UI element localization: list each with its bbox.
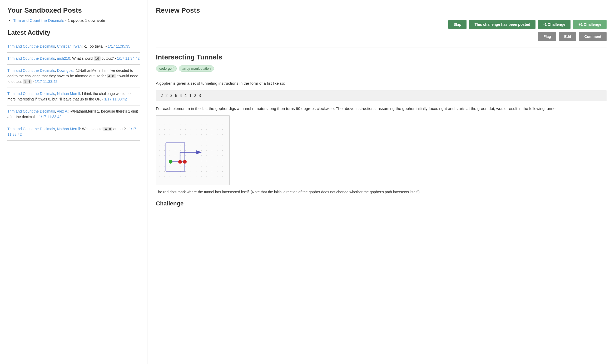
activity-user-3: Downgoat (57, 68, 74, 73)
red-dot-2 (178, 160, 182, 164)
svg-rect-1 (159, 118, 227, 181)
sandboxed-item: Trim and Count the Decimals - 1 upvote; … (13, 18, 140, 23)
activity-date-2[interactable]: 1/17 11:34:42 (117, 56, 140, 60)
tag-array-manipulation: array-manipulation (179, 65, 214, 72)
green-dot (169, 160, 172, 164)
comment-button[interactable]: Comment (579, 32, 607, 41)
plus1-challenge-button[interactable]: +1 Challenge (573, 20, 607, 29)
activity-date-1[interactable]: 1/17 11:35:35 (108, 44, 130, 48)
flag-button[interactable]: Flag (538, 32, 556, 41)
activity-item-5: Trim and Count the Decimals, Alex A.: @N… (7, 105, 140, 123)
tags-divider (156, 76, 607, 76)
activity-user-4: Nathan Merrill (57, 92, 80, 96)
activity-item-6: Trim and Count the Decimals, Nathan Merr… (7, 123, 140, 141)
activity-date-4[interactable]: 1/17 11:33:42 (104, 97, 127, 101)
challenge-divider (156, 48, 607, 48)
activity-code-6: 4.0 (103, 127, 112, 131)
caption-text: The red dots mark where the tunnel has i… (156, 189, 607, 195)
activity-date-3[interactable]: 1/17 11:33:42 (35, 79, 57, 84)
activity-code1-3: 4.0 (107, 74, 115, 78)
activity-code2-3: 1 4 (23, 79, 31, 84)
activity-user-2: msh210 (57, 56, 70, 60)
activity-item-2: Trim and Count the Decimals, msh210: Wha… (7, 53, 140, 65)
activity-body-1: : -1 Too trivial. - (82, 44, 108, 48)
edit-button[interactable]: Edit (559, 32, 576, 41)
skip-button[interactable]: Skip (448, 20, 467, 29)
right-panel: Review Posts Skip This challenge has bee… (147, 0, 615, 364)
left-panel: Your Sandboxed Posts Trim and Count the … (0, 0, 147, 364)
sandboxed-item-suffix: - 1 upvote; 1 downvote (64, 18, 105, 23)
review-buttons-row2: Flag Edit Comment (156, 32, 607, 41)
activity-item-4: Trim and Count the Decimals, Nathan Merr… (7, 88, 140, 105)
activity-date-5[interactable]: 1/17 11:33:42 (39, 115, 62, 119)
activity-post-link-6[interactable]: Trim and Count the Decimals (7, 127, 55, 131)
activity-post-link-1[interactable]: Trim and Count the Decimals (7, 44, 55, 48)
minus1-challenge-button[interactable]: -1 Challenge (538, 20, 571, 29)
challenge-section-title: Challenge (156, 200, 607, 207)
sandboxed-title: Your Sandboxed Posts (7, 6, 140, 14)
tunnel-diagram (156, 115, 230, 185)
activity-user-6: Nathan Merrill (57, 127, 80, 131)
red-dot-1 (183, 160, 187, 164)
code-example: 2 2 3 6 4 4 1 2 3 (156, 90, 607, 101)
latest-activity-title: Latest Activity (7, 29, 140, 36)
activity-post-link-5[interactable]: Trim and Count the Decimals (7, 109, 55, 113)
activity-body-before-6: : What should (80, 127, 104, 131)
activity-body-after-3: - (32, 79, 35, 84)
activity-post-link-3[interactable]: Trim and Count the Decimals (7, 68, 55, 73)
tag-code-golf: code-golf (156, 65, 177, 72)
review-buttons-row1: Skip This challenge has been posted -1 C… (156, 20, 607, 29)
activity-user-1: Christian Irwan (57, 44, 82, 48)
intro-text: A gopher is given a set of tunneling ins… (156, 80, 607, 87)
review-title: Review Posts (156, 6, 607, 14)
activity-user-5: Alex A. (57, 109, 68, 113)
sandboxed-list: Trim and Count the Decimals - 1 upvote; … (7, 18, 140, 23)
activity-post-link-2[interactable]: Trim and Count the Decimals (7, 56, 55, 60)
sandboxed-post-link[interactable]: Trim and Count the Decimals (13, 18, 64, 23)
activity-item-1: Trim and Count the Decimals, Christian I… (7, 41, 140, 53)
tags-row: code-golf array-manipulation (156, 65, 607, 72)
activity-item-3: Trim and Count the Decimals, Downgoat: @… (7, 65, 140, 88)
activity-body-before-2: : What should (70, 56, 94, 60)
challenge-post-title: Intersecting Tunnels (156, 53, 607, 61)
activity-code-2: 10 (94, 56, 101, 61)
activity-post-link-4[interactable]: Trim and Count the Decimals (7, 92, 55, 96)
challenge-posted-button[interactable]: This challenge has been posted (469, 20, 535, 29)
body-text: For each element n in the list, the goph… (156, 105, 607, 112)
activity-body-after-2: output? - (101, 56, 117, 60)
tunnel-svg (159, 118, 227, 181)
activity-body-after-6: output? - (112, 127, 129, 131)
